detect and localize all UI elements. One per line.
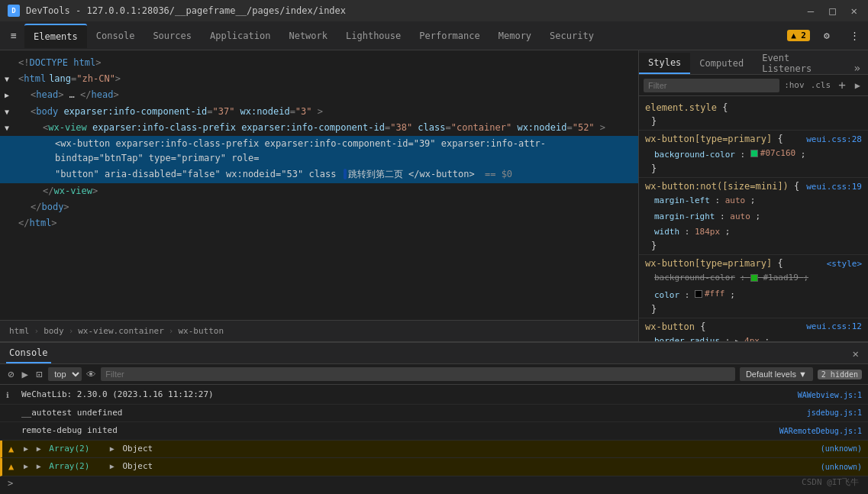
console-run-button[interactable]: ▶ — [20, 366, 29, 382]
console-expand-arrow-6[interactable]: ▶ — [110, 462, 115, 470]
console-clear-button[interactable]: ⊘ — [6, 366, 15, 382]
styles-tab-styles[interactable]: Styles — [639, 53, 690, 74]
styles-tabs: Styles Computed Event Listeners » — [639, 50, 868, 75]
settings-icon[interactable]: ⚙ — [816, 25, 837, 47]
pseudo-cls-btn[interactable]: .cls — [809, 79, 833, 91]
body-open-line: ▼ <body exparser:info-component-id="37" … — [0, 104, 638, 120]
console-expand-arrow-5[interactable]: ▶ — [37, 462, 41, 470]
style-source-2[interactable]: weui.css:19 — [806, 182, 862, 192]
styles-tab-computed[interactable]: Computed — [690, 53, 753, 74]
wx-button-cont-line[interactable]: "button" aria-disabled="false" wx:nodeid… — [0, 166, 638, 182]
title-bar-title: DevTools - 127.0.0.1:28036/__pageframe__… — [26, 5, 805, 16]
style-prop-bg1: background-color : #07c160 ; — [645, 146, 862, 163]
style-selector-1: wx-button[type=primary] { weui.css:28 — [645, 134, 862, 144]
console-source-4[interactable]: (unknown) — [821, 443, 862, 454]
expand-head-arrow[interactable]: ▶ — [5, 89, 9, 102]
console-context-select[interactable]: top — [48, 367, 82, 381]
devtools-menu-icon[interactable]: ≡ — [3, 25, 24, 47]
style-source-3[interactable]: <style> — [827, 259, 862, 269]
tab-console[interactable]: Console — [87, 24, 144, 48]
console-log-remote-debug: remote-debug inited WARemoteDebug.js:1 — [0, 422, 868, 441]
styles-filter-input[interactable] — [644, 79, 779, 92]
wx-button-line[interactable]: <wx-button exparser:info-class-prefix ex… — [0, 136, 638, 166]
style-selector-2: wx-button:not([size=mini]) { weui.css:19 — [645, 181, 862, 192]
console-input[interactable] — [21, 479, 862, 489]
console-warning-icon-2: ▲ — [8, 460, 14, 473]
pseudo-hov-btn[interactable]: :hov — [782, 79, 806, 91]
tab-bar: ≡ Elements Console Sources Application N… — [0, 21, 868, 50]
console-panel: Console ✕ ⊘ ▶ ⊡ top 👁 Default levels ▼ 2… — [0, 341, 868, 494]
style-rule-3: wx-button[type=primary] { <style> backgr… — [639, 255, 868, 318]
console-tab-label[interactable]: Console — [6, 343, 51, 363]
style-source-1[interactable]: weui.css:28 — [806, 134, 862, 144]
main-content: <!DOCTYPE html> ▼ <html lang="zh-CN" > ▶… — [0, 50, 868, 341]
console-source-1[interactable]: WAWebview.js:1 — [798, 389, 862, 401]
breadcrumb: html › body › wx-view.container › wx-but… — [0, 320, 638, 341]
style-rule-4: wx-button { weui.css:12 border-radius : … — [639, 318, 868, 341]
styles-tab-event-listeners[interactable]: Event Listeners — [753, 53, 846, 74]
styles-content: element.style { } wx-button[type=primary… — [639, 96, 868, 341]
console-info-icon-1: ℹ — [6, 389, 9, 401]
breadcrumb-html[interactable]: html — [6, 324, 33, 337]
style-rule-element: element.style { } — [639, 99, 868, 131]
console-content: ℹ WeChatLib: 2.30.0 (2023.1.16 11:12:27)… — [0, 385, 868, 494]
html-close-line: </html> — [0, 215, 638, 231]
expand-html-arrow[interactable]: ▼ — [5, 73, 9, 86]
console-expand-arrow-1[interactable]: ▶ — [24, 444, 28, 453]
add-style-icon[interactable]: + — [835, 78, 849, 92]
expand-wxview-arrow[interactable]: ▼ — [5, 122, 9, 134]
doctype-line: <!DOCTYPE html> — [0, 55, 638, 71]
style-source-4[interactable]: weui.css:12 — [806, 321, 862, 331]
tab-performance[interactable]: Performance — [410, 24, 489, 48]
tab-security[interactable]: Security — [540, 24, 603, 48]
title-bar: D DevTools - 127.0.0.1:28036/__pageframe… — [0, 0, 868, 21]
body-close-line: </body> — [0, 199, 638, 215]
console-warning-icon-1: ▲ — [8, 442, 14, 456]
console-input-line: > — [0, 476, 868, 491]
breadcrumb-wx-view[interactable]: wx-view.container — [75, 324, 167, 337]
console-expand-arrow-3[interactable]: ▶ — [110, 444, 115, 453]
wx-view-open-line: ▼ <wx-view exparser:info-class-prefix ex… — [0, 120, 638, 136]
style-selector-4: wx-button { weui.css:12 — [645, 321, 862, 332]
console-pause-button[interactable]: ⊡ — [34, 366, 44, 382]
console-level-dropdown[interactable]: Default levels ▼ — [740, 367, 813, 381]
console-prompt-icon: > — [8, 478, 13, 489]
console-eye-icon[interactable]: 👁 — [86, 369, 96, 380]
style-rule-2: wx-button:not([size=mini]) { weui.css:19… — [639, 178, 868, 255]
console-log-autotest: __autotest undefined jsdebug.js:1 — [0, 405, 868, 423]
tab-network[interactable]: Network — [279, 24, 337, 48]
style-rule-1: wx-button[type=primary] { weui.css:28 ba… — [639, 131, 868, 178]
console-filter-input[interactable] — [101, 367, 735, 381]
console-source-3[interactable]: WARemoteDebug.js:1 — [779, 425, 862, 437]
devtools-icon: D — [8, 5, 20, 17]
html-open-line: ▼ <html lang="zh-CN" > — [0, 71, 638, 87]
expand-style-icon[interactable]: ▶ — [852, 80, 863, 91]
color-swatch-green2[interactable] — [750, 274, 758, 282]
color-swatch-black[interactable] — [695, 290, 702, 298]
expand-body-arrow[interactable]: ▼ — [5, 106, 9, 118]
console-source-5[interactable]: (unknown) — [821, 461, 862, 473]
console-expand-arrow-4[interactable]: ▶ — [24, 462, 28, 470]
tab-elements[interactable]: Elements — [24, 24, 87, 48]
tab-application[interactable]: Application — [201, 24, 279, 48]
head-line: ▶ <head> … </head> — [0, 87, 638, 103]
console-close-button[interactable]: ✕ — [850, 346, 862, 361]
styles-tabs-more-icon[interactable]: » — [847, 62, 868, 74]
watermark: CSDN @IT飞牛 — [802, 476, 859, 488]
console-source-2[interactable]: jsdebug.js:1 — [807, 407, 862, 418]
minimize-button[interactable]: — — [805, 5, 817, 17]
maximize-button[interactable]: □ — [826, 5, 838, 17]
close-button[interactable]: ✕ — [848, 5, 860, 17]
tab-memory[interactable]: Memory — [489, 24, 540, 48]
style-selector-3: wx-button[type=primary] { <style> — [645, 258, 862, 269]
styles-panel: Styles Computed Event Listeners » :hov .… — [639, 50, 868, 341]
warning-badge: ▲ 2 — [787, 30, 810, 41]
tab-lighthouse[interactable]: Lighthouse — [337, 24, 410, 48]
more-icon[interactable]: ⋮ — [844, 25, 865, 47]
tab-bar-right: ▲ 2 ⚙ ⋮ — [787, 25, 865, 47]
breadcrumb-wx-button[interactable]: wx-button — [175, 324, 227, 337]
color-swatch-green[interactable] — [750, 150, 758, 157]
breadcrumb-body[interactable]: body — [40, 324, 67, 337]
console-expand-arrow-2[interactable]: ▶ — [37, 444, 41, 453]
tab-sources[interactable]: Sources — [144, 24, 201, 48]
